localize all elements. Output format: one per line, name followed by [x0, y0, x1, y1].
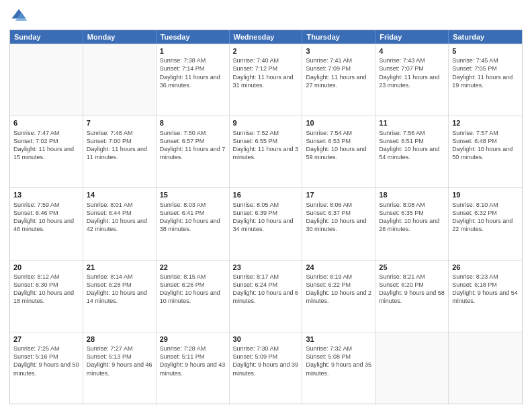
calendar-cell: 8 Sunrise: 7:50 AMSunset: 6:57 PMDayligh… — [157, 116, 230, 187]
day-number: 11 — [379, 118, 445, 128]
day-number: 19 — [452, 190, 519, 199]
cell-info: Sunrise: 7:25 AMSunset: 5:16 PMDaylight:… — [13, 345, 79, 377]
calendar-cell: 2 Sunrise: 7:40 AMSunset: 7:12 PMDayligh… — [230, 44, 303, 116]
calendar-row: 27 Sunrise: 7:25 AMSunset: 5:16 PMDaylig… — [10, 332, 522, 404]
calendar-cell: 26 Sunrise: 8:23 AMSunset: 6:18 PMDaylig… — [449, 261, 522, 332]
cell-info: Sunrise: 7:41 AMSunset: 7:09 PMDaylight:… — [306, 56, 371, 89]
header-day: Friday — [375, 30, 449, 44]
day-number: 4 — [379, 46, 445, 56]
cell-info: Sunrise: 8:23 AMSunset: 6:18 PMDaylight:… — [452, 273, 519, 306]
cell-info: Sunrise: 8:14 AMSunset: 6:28 PMDaylight:… — [87, 273, 152, 306]
calendar-cell — [83, 44, 157, 116]
cell-info: Sunrise: 7:27 AMSunset: 5:13 PMDaylight:… — [87, 345, 152, 377]
day-number: 29 — [160, 334, 226, 344]
cell-info: Sunrise: 7:45 AMSunset: 7:05 PMDaylight:… — [452, 56, 519, 89]
day-number: 13 — [13, 190, 79, 199]
cell-info: Sunrise: 7:30 AMSunset: 5:09 PMDaylight:… — [233, 345, 299, 377]
cell-info: Sunrise: 7:40 AMSunset: 7:12 PMDaylight:… — [233, 56, 299, 89]
day-number: 31 — [306, 334, 371, 344]
cell-info: Sunrise: 7:54 AMSunset: 6:53 PMDaylight:… — [306, 129, 371, 162]
calendar-cell: 27 Sunrise: 7:25 AMSunset: 5:16 PMDaylig… — [10, 332, 83, 404]
day-number: 10 — [306, 118, 371, 128]
day-number: 16 — [233, 190, 299, 199]
day-number: 28 — [87, 334, 152, 344]
day-number: 27 — [13, 334, 79, 344]
header-day: Sunday — [10, 30, 83, 44]
cell-info: Sunrise: 8:21 AMSunset: 6:20 PMDaylight:… — [379, 273, 445, 306]
calendar-cell: 24 Sunrise: 8:19 AMSunset: 6:22 PMDaylig… — [302, 261, 375, 332]
calendar-cell — [449, 332, 522, 404]
day-number: 20 — [13, 263, 79, 272]
cell-info: Sunrise: 8:17 AMSunset: 6:24 PMDaylight:… — [233, 273, 299, 306]
day-number: 23 — [233, 263, 299, 272]
cell-info: Sunrise: 8:01 AMSunset: 6:44 PMDaylight:… — [87, 201, 152, 234]
calendar-cell: 12 Sunrise: 7:57 AMSunset: 6:48 PMDaylig… — [449, 116, 522, 187]
day-number: 15 — [160, 190, 226, 199]
day-number: 9 — [233, 118, 299, 128]
calendar-cell: 22 Sunrise: 8:15 AMSunset: 6:26 PMDaylig… — [157, 261, 230, 332]
day-number: 25 — [379, 263, 445, 272]
calendar-cell: 30 Sunrise: 7:30 AMSunset: 5:09 PMDaylig… — [230, 332, 303, 404]
day-number: 26 — [452, 263, 519, 272]
logo-icon — [9, 7, 28, 26]
cell-info: Sunrise: 7:28 AMSunset: 5:11 PMDaylight:… — [160, 345, 226, 377]
calendar-cell: 3 Sunrise: 7:41 AMSunset: 7:09 PMDayligh… — [302, 44, 375, 116]
header — [9, 7, 523, 26]
calendar-cell: 5 Sunrise: 7:45 AMSunset: 7:05 PMDayligh… — [449, 44, 522, 116]
cell-info: Sunrise: 8:19 AMSunset: 6:22 PMDaylight:… — [306, 273, 371, 306]
calendar-cell: 29 Sunrise: 7:28 AMSunset: 5:11 PMDaylig… — [157, 332, 230, 404]
day-number: 3 — [306, 46, 371, 56]
calendar-cell: 16 Sunrise: 8:05 AMSunset: 6:39 PMDaylig… — [230, 188, 303, 259]
calendar-cell: 17 Sunrise: 8:06 AMSunset: 6:37 PMDaylig… — [302, 188, 375, 259]
day-number: 12 — [452, 118, 519, 128]
calendar-header: SundayMondayTuesdayWednesdayThursdayFrid… — [10, 30, 522, 44]
calendar-cell: 14 Sunrise: 8:01 AMSunset: 6:44 PMDaylig… — [83, 188, 157, 259]
calendar-cell — [10, 44, 83, 116]
calendar: SundayMondayTuesdayWednesdayThursdayFrid… — [9, 30, 523, 404]
calendar-body: 1 Sunrise: 7:38 AMSunset: 7:14 PMDayligh… — [10, 44, 522, 404]
calendar-cell: 1 Sunrise: 7:38 AMSunset: 7:14 PMDayligh… — [157, 44, 230, 116]
calendar-cell: 28 Sunrise: 7:27 AMSunset: 5:13 PMDaylig… — [83, 332, 157, 404]
cell-info: Sunrise: 8:06 AMSunset: 6:37 PMDaylight:… — [306, 201, 371, 234]
day-number: 1 — [160, 46, 226, 56]
cell-info: Sunrise: 7:47 AMSunset: 7:02 PMDaylight:… — [13, 129, 79, 162]
calendar-cell: 21 Sunrise: 8:14 AMSunset: 6:28 PMDaylig… — [83, 261, 157, 332]
cell-info: Sunrise: 8:03 AMSunset: 6:41 PMDaylight:… — [160, 201, 226, 234]
page: SundayMondayTuesdayWednesdayThursdayFrid… — [0, 0, 532, 411]
calendar-cell: 4 Sunrise: 7:43 AMSunset: 7:07 PMDayligh… — [375, 44, 449, 116]
calendar-row: 13 Sunrise: 7:59 AMSunset: 6:46 PMDaylig… — [10, 187, 522, 259]
cell-info: Sunrise: 7:48 AMSunset: 7:00 PMDaylight:… — [87, 129, 152, 162]
calendar-cell: 9 Sunrise: 7:52 AMSunset: 6:55 PMDayligh… — [230, 116, 303, 187]
calendar-cell: 15 Sunrise: 8:03 AMSunset: 6:41 PMDaylig… — [157, 188, 230, 259]
day-number: 30 — [233, 334, 299, 344]
calendar-cell: 18 Sunrise: 8:08 AMSunset: 6:35 PMDaylig… — [375, 188, 449, 259]
cell-info: Sunrise: 7:32 AMSunset: 5:08 PMDaylight:… — [306, 345, 371, 377]
cell-info: Sunrise: 8:05 AMSunset: 6:39 PMDaylight:… — [233, 201, 299, 234]
day-number: 7 — [87, 118, 152, 128]
day-number: 5 — [452, 46, 519, 56]
header-day: Thursday — [302, 30, 375, 44]
day-number: 18 — [379, 190, 445, 199]
cell-info: Sunrise: 7:50 AMSunset: 6:57 PMDaylight:… — [160, 129, 226, 162]
header-day: Monday — [83, 30, 157, 44]
cell-info: Sunrise: 8:12 AMSunset: 6:30 PMDaylight:… — [13, 273, 79, 306]
day-number: 24 — [306, 263, 371, 272]
calendar-cell: 11 Sunrise: 7:56 AMSunset: 6:51 PMDaylig… — [375, 116, 449, 187]
calendar-row: 20 Sunrise: 8:12 AMSunset: 6:30 PMDaylig… — [10, 260, 522, 332]
calendar-cell: 7 Sunrise: 7:48 AMSunset: 7:00 PMDayligh… — [83, 116, 157, 187]
cell-info: Sunrise: 8:15 AMSunset: 6:26 PMDaylight:… — [160, 273, 226, 306]
calendar-cell: 25 Sunrise: 8:21 AMSunset: 6:20 PMDaylig… — [375, 261, 449, 332]
day-number: 2 — [233, 46, 299, 56]
day-number: 6 — [13, 118, 79, 128]
calendar-cell: 20 Sunrise: 8:12 AMSunset: 6:30 PMDaylig… — [10, 261, 83, 332]
cell-info: Sunrise: 7:38 AMSunset: 7:14 PMDaylight:… — [160, 56, 226, 89]
cell-info: Sunrise: 8:10 AMSunset: 6:32 PMDaylight:… — [452, 201, 519, 234]
day-number: 8 — [160, 118, 226, 128]
calendar-cell: 10 Sunrise: 7:54 AMSunset: 6:53 PMDaylig… — [302, 116, 375, 187]
cell-info: Sunrise: 7:57 AMSunset: 6:48 PMDaylight:… — [452, 129, 519, 162]
calendar-cell: 6 Sunrise: 7:47 AMSunset: 7:02 PMDayligh… — [10, 116, 83, 187]
calendar-cell — [375, 332, 449, 404]
calendar-cell: 23 Sunrise: 8:17 AMSunset: 6:24 PMDaylig… — [230, 261, 303, 332]
cell-info: Sunrise: 7:59 AMSunset: 6:46 PMDaylight:… — [13, 201, 79, 234]
cell-info: Sunrise: 7:56 AMSunset: 6:51 PMDaylight:… — [379, 129, 445, 162]
